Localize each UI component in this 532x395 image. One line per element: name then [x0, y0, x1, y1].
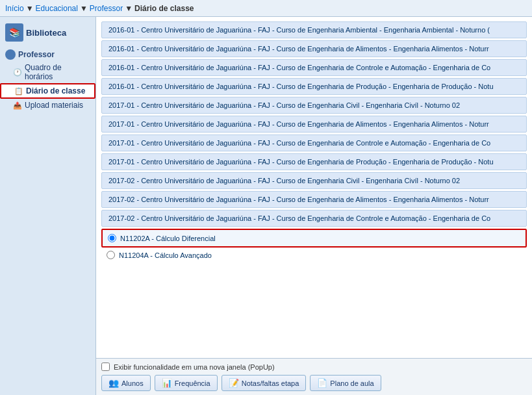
sub-item-calcdiferencial-label: N11202A - Cálculo Diferencial [120, 235, 216, 242]
list-item-text: 2017-01 - Centro Universitário de Jaguar… [108, 139, 490, 147]
frequencia-label: Frequência [175, 379, 210, 387]
list-item-text: 2017-01 - Centro Universitário de Jaguar… [108, 101, 460, 109]
list-item-text: 2016-01 - Centro Universitário de Jaguar… [108, 26, 490, 34]
list-item[interactable]: 2017-01 - Centro Universitário de Jaguar… [101, 97, 527, 114]
top-navigation: Início ▼ Educacional ▼ Professor ▼ Diári… [0, 0, 532, 17]
frequencia-button[interactable]: 📊 Frequência [155, 375, 218, 391]
upload-icon: 📤 [13, 101, 22, 110]
notas-label: Notas/faltas etapa [242, 379, 299, 387]
sub-item-calcdiferencial[interactable]: N11202A - Cálculo Diferencial [108, 233, 520, 244]
nav-current: Diário de classe [134, 4, 194, 13]
list-item-text: 2017-02 - Centro Universitário de Jaguar… [108, 214, 490, 222]
sub-item-calcavancado[interactable]: N11204A - Cálculo Avançado [101, 249, 527, 261]
sidebar-professor-label: Professor [18, 50, 55, 59]
plano-button[interactable]: 📄 Plano de aula [310, 375, 381, 391]
sidebar: 📚 Biblioteca Professor 🕐 Quadro de horár… [0, 17, 96, 395]
list-item[interactable]: 2017-01 - Centro Universitário de Jaguar… [101, 116, 527, 133]
list-item-text: 2017-02 - Centro Universitário de Jaguar… [108, 177, 460, 185]
sidebar-diario-label: Diário de classe [26, 86, 85, 96]
nav-sep2: ▼ [80, 4, 88, 13]
popup-label: Exibir funcionalidade em uma nova janela… [114, 363, 275, 371]
clock-icon: 🕐 [13, 68, 22, 77]
sidebar-item-upload[interactable]: 📤 Upload materiais [0, 99, 95, 112]
diary-icon: 📋 [14, 87, 23, 96]
list-item-text: 2016-01 - Centro Universitário de Jaguar… [108, 64, 490, 71]
sub-item-calcavancado-label: N11204A - Cálculo Avançado [119, 251, 212, 259]
nav-professor[interactable]: Professor [90, 4, 123, 13]
library-icon: 📚 [5, 23, 23, 42]
sidebar-professor-section: Professor [0, 45, 95, 61]
sidebar-biblioteca-label: Biblioteca [26, 28, 66, 38]
nav-inicio[interactable]: Início [5, 4, 24, 13]
list-item-text: 2017-01 - Centro Universitário de Jaguar… [108, 158, 494, 166]
content-scroll[interactable]: 2016-01 - Centro Universitário de Jaguar… [96, 17, 532, 358]
popup-checkbox[interactable] [101, 363, 110, 371]
list-item[interactable]: 2016-01 - Centro Universitário de Jaguar… [101, 21, 527, 38]
list-item-text: 2017-02 - Centro Universitário de Jaguar… [108, 196, 489, 203]
list-item[interactable]: 2017-01 - Centro Universitário de Jaguar… [101, 134, 527, 151]
nav-educacional[interactable]: Educacional [36, 4, 78, 13]
frequencia-icon: 📊 [162, 378, 172, 388]
notas-button[interactable]: 📝 Notas/faltas etapa [222, 375, 307, 391]
alunos-label: Alunos [121, 379, 144, 387]
alunos-icon: 👥 [108, 378, 119, 388]
alunos-button[interactable]: 👥 Alunos [101, 375, 151, 391]
list-item[interactable]: 2017-02 - Centro Universitário de Jaguar… [101, 191, 527, 208]
nav-sep3: ▼ [125, 4, 133, 13]
list-item-text: 2016-01 - Centro Universitário de Jaguar… [108, 45, 489, 53]
sidebar-upload-label: Upload materiais [25, 101, 83, 110]
popup-checkbox-container[interactable]: Exibir funcionalidade em uma nova janela… [101, 363, 527, 371]
user-icon [5, 49, 16, 60]
sidebar-item-diario[interactable]: 📋 Diário de classe [0, 83, 95, 99]
sidebar-item-quadro[interactable]: 🕐 Quadro de horários [0, 61, 95, 83]
list-item-text: 2016-01 - Centro Universitário de Jaguar… [108, 83, 494, 90]
bottom-bar: Exibir funcionalidade em uma nova janela… [96, 358, 532, 395]
list-item[interactable]: 2017-02 - Centro Universitário de Jaguar… [101, 172, 527, 189]
action-buttons: 👥 Alunos 📊 Frequência 📝 Notas/faltas eta… [101, 375, 527, 391]
radio-calcdiferencial[interactable] [108, 234, 116, 242]
list-item-expanded[interactable]: 2017-02 - Centro Universitário de Jaguar… [101, 210, 527, 227]
notas-icon: 📝 [229, 378, 239, 388]
list-item-text: 2017-01 - Centro Universitário de Jaguar… [108, 120, 489, 128]
list-item[interactable]: 2016-01 - Centro Universitário de Jaguar… [101, 40, 527, 57]
radio-calcavancado[interactable] [107, 251, 115, 259]
list-item[interactable]: 2016-01 - Centro Universitário de Jaguar… [101, 59, 527, 76]
content-area: 2016-01 - Centro Universitário de Jaguar… [96, 17, 532, 395]
nav-sep1: ▼ [26, 4, 34, 13]
list-item[interactable]: 2017-01 - Centro Universitário de Jaguar… [101, 153, 527, 170]
sub-item-container: N11202A - Cálculo Diferencial [101, 229, 527, 248]
sidebar-quadro-label: Quadro de horários [25, 63, 90, 81]
plano-label: Plano de aula [330, 379, 374, 387]
sidebar-logo: 📚 Biblioteca [0, 19, 95, 45]
plano-icon: 📄 [317, 378, 327, 388]
list-item[interactable]: 2016-01 - Centro Universitário de Jaguar… [101, 78, 527, 95]
